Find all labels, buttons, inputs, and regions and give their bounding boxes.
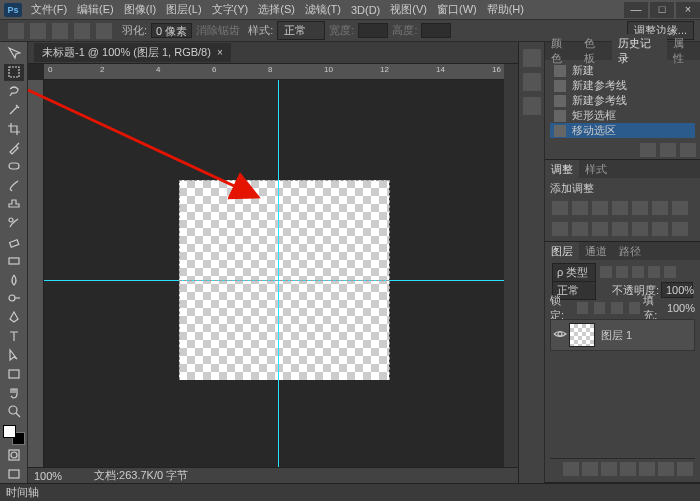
- menu-layer[interactable]: 图层(L): [163, 0, 204, 19]
- doc-info[interactable]: 文档:263.7K/0 字节: [94, 468, 188, 483]
- wand-tool[interactable]: [4, 102, 24, 119]
- path-select-tool[interactable]: [4, 347, 24, 364]
- history-step[interactable]: 新建参考线: [550, 78, 695, 93]
- history-step[interactable]: 新建参考线: [550, 93, 695, 108]
- fill-field[interactable]: 100%: [667, 302, 695, 314]
- history-step[interactable]: 移动选区: [550, 123, 695, 138]
- layer-row[interactable]: 图层 1: [550, 319, 695, 351]
- tab-properties[interactable]: 属性: [667, 34, 700, 68]
- layer-fx-button[interactable]: [582, 462, 598, 476]
- menu-select[interactable]: 选择(S): [255, 0, 298, 19]
- selection-mode-add-icon[interactable]: [52, 23, 68, 39]
- layer-group-button[interactable]: [639, 462, 655, 476]
- brush-tool[interactable]: [4, 177, 24, 194]
- menu-window[interactable]: 窗口(W): [434, 0, 480, 19]
- layer-adjust-button[interactable]: [620, 462, 636, 476]
- guide-vertical[interactable]: [278, 80, 279, 467]
- adj-balance-icon[interactable]: [672, 201, 688, 215]
- adj-curves-icon[interactable]: [592, 201, 608, 215]
- stamp-tool[interactable]: [4, 196, 24, 213]
- filter-smart-icon[interactable]: [664, 266, 676, 278]
- adj-lookup-icon[interactable]: [612, 222, 628, 236]
- layer-name[interactable]: 图层 1: [601, 328, 632, 343]
- adj-invert-icon[interactable]: [632, 222, 648, 236]
- tab-paths[interactable]: 路径: [613, 242, 647, 261]
- zoom-tool[interactable]: [4, 403, 24, 420]
- lock-position-icon[interactable]: [611, 302, 622, 314]
- adj-photo-filter-icon[interactable]: [572, 222, 588, 236]
- zoom-field[interactable]: 100%: [28, 470, 82, 482]
- panel-icon-paragraph[interactable]: [523, 97, 541, 115]
- history-delete-button[interactable]: [680, 143, 696, 157]
- panel-icon-characters[interactable]: [523, 73, 541, 91]
- window-close[interactable]: ×: [676, 2, 700, 18]
- filter-adjust-icon[interactable]: [616, 266, 628, 278]
- history-brush-tool[interactable]: [4, 215, 24, 232]
- menu-file[interactable]: 文件(F): [28, 0, 70, 19]
- tab-adjustments[interactable]: 调整: [545, 160, 579, 179]
- layer-mask-button[interactable]: [601, 462, 617, 476]
- layer-new-button[interactable]: [658, 462, 674, 476]
- adj-posterize-icon[interactable]: [652, 222, 668, 236]
- eraser-tool[interactable]: [4, 233, 24, 250]
- screenmode-toggle[interactable]: [4, 465, 24, 482]
- history-new-doc-button[interactable]: [660, 143, 676, 157]
- document-tab[interactable]: 未标题-1 @ 100% (图层 1, RGB/8) ×: [34, 43, 231, 62]
- layer-delete-button[interactable]: [677, 462, 693, 476]
- menu-help[interactable]: 帮助(H): [484, 0, 527, 19]
- adj-mixer-icon[interactable]: [592, 222, 608, 236]
- tab-layers[interactable]: 图层: [545, 242, 579, 261]
- move-tool[interactable]: [4, 45, 24, 62]
- marquee-tool-icon[interactable]: [8, 23, 24, 39]
- lock-all-icon[interactable]: [629, 302, 640, 314]
- history-step[interactable]: 矩形选框: [550, 108, 695, 123]
- window-minimize[interactable]: —: [624, 2, 648, 18]
- selection-mode-subtract-icon[interactable]: [74, 23, 90, 39]
- tab-history[interactable]: 历史记录: [612, 34, 667, 68]
- lock-transparent-icon[interactable]: [577, 302, 588, 314]
- selection-mode-intersect-icon[interactable]: [96, 23, 112, 39]
- filter-pixel-icon[interactable]: [600, 266, 612, 278]
- menu-3d[interactable]: 3D(D): [348, 2, 383, 18]
- feather-field[interactable]: 0 像素: [151, 23, 192, 38]
- adj-bw-icon[interactable]: [552, 222, 568, 236]
- layer-link-button[interactable]: [563, 462, 579, 476]
- filter-type-icon[interactable]: [632, 266, 644, 278]
- quickmask-toggle[interactable]: [4, 446, 24, 463]
- heal-tool[interactable]: [4, 158, 24, 175]
- document-tab-close[interactable]: ×: [217, 47, 223, 58]
- blur-tool[interactable]: [4, 271, 24, 288]
- style-select[interactable]: 正常: [277, 21, 325, 40]
- type-tool[interactable]: [4, 328, 24, 345]
- menu-type[interactable]: 文字(Y): [209, 0, 252, 19]
- history-new-snapshot-button[interactable]: [640, 143, 656, 157]
- menu-view[interactable]: 视图(V): [387, 0, 430, 19]
- hand-tool[interactable]: [4, 384, 24, 401]
- eyedropper-tool[interactable]: [4, 139, 24, 156]
- ruler-horizontal[interactable]: 0 2 4 6 8 10 12 14 16: [44, 64, 504, 80]
- layer-filter-kind[interactable]: ρ 类型: [552, 263, 596, 282]
- gradient-tool[interactable]: [4, 252, 24, 269]
- marquee-tool[interactable]: [4, 64, 24, 81]
- menu-edit[interactable]: 编辑(E): [74, 0, 117, 19]
- adj-vibrance-icon[interactable]: [632, 201, 648, 215]
- scrollbar-vertical[interactable]: [504, 64, 518, 469]
- timeline-panel[interactable]: 时间轴: [0, 483, 700, 501]
- crop-tool[interactable]: [4, 120, 24, 137]
- panel-icon-brush-presets[interactable]: [523, 49, 541, 67]
- pen-tool[interactable]: [4, 309, 24, 326]
- layer-thumbnail[interactable]: [569, 323, 595, 347]
- filter-shape-icon[interactable]: [648, 266, 660, 278]
- color-swatches[interactable]: [3, 425, 25, 446]
- tab-styles[interactable]: 样式: [579, 160, 613, 179]
- adj-levels-icon[interactable]: [572, 201, 588, 215]
- foreground-color-swatch[interactable]: [3, 425, 16, 438]
- dodge-tool[interactable]: [4, 290, 24, 307]
- menu-image[interactable]: 图像(I): [121, 0, 159, 19]
- tab-channels[interactable]: 通道: [579, 242, 613, 261]
- lock-pixels-icon[interactable]: [594, 302, 605, 314]
- adj-brightness-icon[interactable]: [552, 201, 568, 215]
- menu-filter[interactable]: 滤镜(T): [302, 0, 344, 19]
- adj-exposure-icon[interactable]: [612, 201, 628, 215]
- adj-threshold-icon[interactable]: [672, 222, 688, 236]
